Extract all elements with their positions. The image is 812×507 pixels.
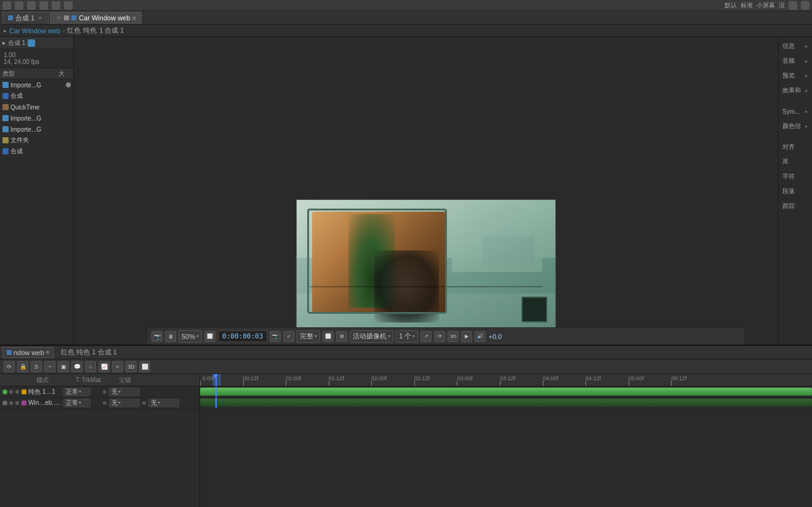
file-item[interactable]: 文件夹 [0, 135, 73, 146]
tab-car-window[interactable]: × Car Window web ≡ [50, 12, 142, 24]
right-panel-info[interactable]: 信息 ▸ [780, 39, 811, 53]
layer-eye2-1[interactable] [142, 401, 146, 405]
settings-icon[interactable] [801, 1, 810, 10]
text-tool-icon[interactable] [27, 1, 36, 10]
tab-comp1-label: 合成 1 [15, 14, 34, 23]
tab-car-close[interactable]: × [55, 15, 62, 21]
tl-3d-btn[interactable]: 3D [126, 361, 137, 372]
tick-8 [543, 381, 544, 386]
pen-tool-icon[interactable] [15, 1, 23, 10]
layer-lock-0[interactable] [15, 390, 19, 394]
tab-menu-icon[interactable]: ≡ [132, 15, 136, 22]
3d-btn[interactable]: 3D [448, 331, 459, 342]
right-effects-arrow: ▸ [805, 87, 808, 94]
render-btn[interactable]: ▶ [461, 331, 472, 342]
layer-parent-arrow-0: ▾ [118, 389, 121, 394]
layer-solo-1[interactable] [9, 401, 13, 405]
timecode-display[interactable]: 0:00:00:03 [218, 330, 267, 342]
tl-frame-btn[interactable]: ⬜ [139, 361, 150, 372]
layer-row-0[interactable]: 纯色 1…1 正常 ▾ 无 ▾ [0, 386, 199, 397]
tl-motion-btn[interactable]: ≈ [112, 361, 123, 372]
quality-dropdown[interactable]: 完整 ▾ [297, 330, 320, 343]
reset-btn[interactable]: ⟳ [434, 331, 445, 342]
layer-eye-0[interactable] [103, 390, 107, 394]
right-panel-library[interactable]: 库 [780, 155, 811, 169]
layer-name-1: Win…eb.mov [28, 399, 62, 406]
file-item[interactable]: Importe...G [0, 79, 73, 90]
layer-trkmat-dropdown-1[interactable]: 无 ▾ [148, 399, 179, 407]
tl-comment-btn[interactable]: 💬 [71, 361, 82, 372]
col-size-header: 大 [58, 70, 71, 78]
null-tool-icon[interactable] [64, 1, 73, 10]
tl-collapse-btn[interactable]: ▣ [58, 361, 69, 372]
small-screen-label: 小屏幕 [757, 1, 775, 10]
file-item[interactable]: Importe...G [0, 113, 73, 124]
right-panel-effects[interactable]: 效果和 ▸ [780, 84, 811, 97]
file-item[interactable]: Importe...G [0, 124, 73, 135]
layer-vis-1[interactable] [2, 401, 7, 405]
camera-label: 活动摄像机 [353, 332, 387, 341]
right-panel-preview[interactable]: 预览 ▸ [780, 69, 811, 82]
track-row-0[interactable] [200, 386, 812, 397]
layer-mode-dropdown-1[interactable]: 正常 ▾ [63, 399, 90, 407]
tl-solo-btn[interactable]: S [31, 361, 42, 372]
track-row-1[interactable] [200, 397, 812, 409]
toggle-grid[interactable]: ⊞ [336, 331, 347, 342]
value-plus: +0.0 [488, 333, 502, 340]
breadcrumb-car-window[interactable]: Car Window web [9, 27, 60, 34]
timeline-tab-menu[interactable]: ≡ [46, 349, 50, 356]
right-panel-sym[interactable]: Sym... ▸ [780, 105, 811, 118]
right-library-label: 库 [782, 158, 789, 166]
search-icon[interactable] [789, 1, 797, 10]
layer-mode-dropdown-0[interactable]: 正常 ▾ [63, 388, 90, 396]
audio-btn[interactable]: 🔊 [475, 331, 486, 342]
expand-icon[interactable]: ▸ [2, 39, 6, 46]
tl-null-btn[interactable]: ○ [85, 361, 96, 372]
layer-eye-1[interactable] [103, 401, 107, 405]
col-headers: 类型 大 [0, 68, 73, 79]
preview-frame [297, 200, 555, 344]
timeline-ruler[interactable]: 0:00f 00:12f 01:00f 01:12f 02:00f 02:12f… [200, 374, 812, 386]
monitor-btn[interactable]: 🖥 [165, 331, 176, 342]
tab-comp1-close[interactable]: × [37, 15, 43, 21]
right-panel-color[interactable]: 颜色信 ▸ [780, 119, 811, 133]
shape-tool-icon[interactable] [39, 1, 48, 10]
view-count-dropdown[interactable]: 1 个 ▾ [396, 330, 418, 343]
layer-vis-0[interactable] [2, 389, 7, 394]
right-color-label: 颜色信 [782, 122, 801, 130]
file-item[interactable]: QuickTime [0, 102, 73, 113]
tl-shy-btn[interactable]: ~ [44, 361, 55, 372]
layer-lock-1[interactable] [15, 401, 19, 405]
layer-parent-dropdown-1[interactable]: 无 ▾ [109, 399, 140, 407]
file-item[interactable]: 合成 [0, 146, 73, 157]
file-item[interactable]: 合成 [0, 90, 73, 102]
toggle-transparency[interactable]: ⬜ [323, 331, 334, 342]
layer-solo-0[interactable] [9, 390, 13, 394]
panel-menu-icon[interactable] [28, 39, 35, 47]
camera-icon-btn[interactable]: 📷 [270, 331, 281, 342]
layer-row-1[interactable]: Win…eb.mov 正常 ▾ 无 ▾ 无 ▾ [0, 397, 199, 409]
tick-3 [329, 381, 329, 386]
right-panel-audio[interactable]: 音频 ▸ [780, 54, 811, 68]
zoom-selector[interactable]: 50% ▾ [179, 330, 202, 343]
expose-btn[interactable]: ↗ [420, 331, 432, 342]
right-panel-track[interactable]: 跟踪 [780, 199, 811, 213]
right-panel-char[interactable]: 字符 [780, 170, 811, 183]
tl-graph-btn[interactable]: 📈 [98, 361, 110, 372]
camera-dropdown[interactable]: 活动摄像机 ▾ [350, 330, 393, 343]
fit-btn[interactable]: ⬜ [204, 331, 215, 342]
comp-quality-btn[interactable]: ✓ [283, 331, 294, 342]
breadcrumb-expand-arrow[interactable]: ▸ [4, 28, 7, 34]
timeline-tab[interactable]: ndow web ≡ [2, 347, 54, 358]
ruler-mark-2: 01:00f [286, 375, 301, 381]
select-tool-icon[interactable] [2, 1, 11, 10]
snapshot-btn[interactable]: 📷 [151, 331, 163, 342]
camera-tool-icon[interactable] [52, 1, 60, 10]
track-playhead-0 [215, 386, 217, 397]
right-panel-para[interactable]: 段落 [780, 185, 811, 198]
tl-ripple-btn[interactable]: ⟳ [4, 361, 15, 372]
tl-lock-btn[interactable]: 🔒 [17, 361, 28, 372]
tab-comp1[interactable]: 合成 1 × [2, 12, 49, 24]
layer-parent-dropdown-0[interactable]: 无 ▾ [109, 388, 140, 396]
right-panel-align[interactable]: 对齐 [780, 140, 811, 154]
